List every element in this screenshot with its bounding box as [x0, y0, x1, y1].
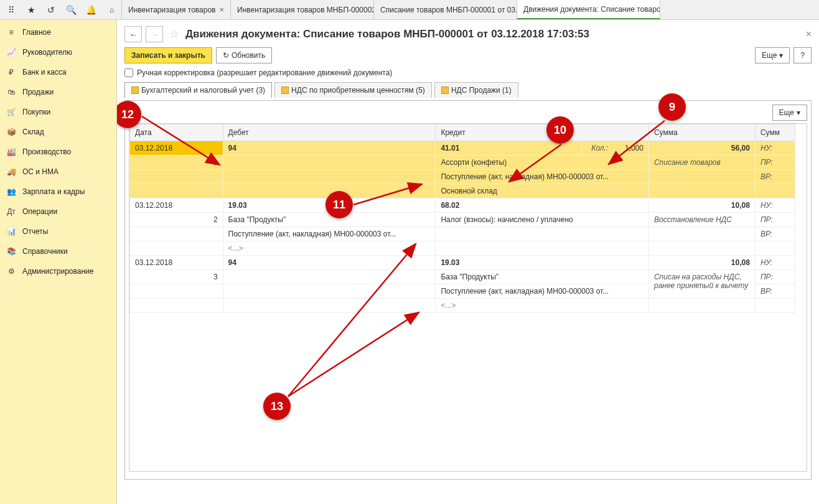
- col-credit[interactable]: Кредит: [436, 124, 649, 141]
- entries-table: Дата Дебет Кредит Сумма Сумм 03.12.2018 …: [129, 123, 807, 472]
- sidebar-item-hr[interactable]: 👥Зарплата и кадры: [0, 182, 116, 202]
- gear-icon: ⚙: [6, 266, 16, 276]
- star-icon[interactable]: ★: [24, 2, 39, 17]
- refresh-icon: ↻: [223, 51, 229, 60]
- sidebar-item-assets[interactable]: 🚚ОС и НМА: [0, 162, 116, 182]
- main-area: ← → ☆ Движения документа: Списание товар…: [117, 20, 819, 504]
- save-close-button[interactable]: Записать и закрыть: [124, 47, 212, 63]
- table-row[interactable]: 03.12.2018 94 41.01 Кол.: 1,000 56,00 НУ…: [130, 141, 795, 156]
- book-icon: 📚: [6, 246, 16, 256]
- manual-edit-label: Ручная корректировка (разрешает редактир…: [137, 68, 392, 77]
- cart-icon: 🛒: [6, 107, 16, 117]
- close-icon[interactable]: ×: [219, 5, 224, 14]
- callout-11: 11: [325, 191, 353, 218]
- col-sumnu[interactable]: Сумм: [755, 124, 795, 141]
- table-row[interactable]: 3 База "Продукты" Списан на расходы НДС,…: [130, 270, 795, 284]
- apps-icon[interactable]: ⠿: [4, 2, 19, 17]
- sidebar-item-operations[interactable]: ДтОперации: [0, 202, 116, 222]
- callout-10: 10: [546, 116, 574, 144]
- col-debit[interactable]: Дебет: [223, 124, 436, 141]
- table-row[interactable]: 03.12.2018 94 19.03 10,08 НУ:: [130, 256, 795, 270]
- manual-edit-checkbox[interactable]: [124, 68, 133, 77]
- tab-icon: [281, 86, 289, 94]
- more-button[interactable]: Еще▾: [755, 47, 790, 63]
- sidebar: ≡Главное 📈Руководителю ₽Банк и касса 🛍Пр…: [0, 20, 117, 504]
- sidebar-item-manager[interactable]: 📈Руководителю: [0, 42, 116, 62]
- ruble-icon: ₽: [6, 67, 16, 77]
- tab-home[interactable]: ⌂: [102, 0, 122, 19]
- col-date[interactable]: Дата: [130, 124, 223, 141]
- more-button-inner[interactable]: Еще▾: [772, 105, 807, 121]
- search-icon[interactable]: 🔍: [63, 2, 78, 17]
- tabs-bar: ⌂ Инвентаризация товаров× Инвентаризация…: [102, 0, 819, 19]
- truck-icon: 🚚: [6, 167, 16, 177]
- favorite-icon[interactable]: ☆: [169, 27, 179, 41]
- table-row[interactable]: 1 Ассорти (конфеты) Списание товаров ПР:: [130, 156, 795, 170]
- sidebar-item-sales[interactable]: 🛍Продажи: [0, 82, 116, 102]
- forward-button[interactable]: →: [146, 26, 163, 42]
- table-row[interactable]: <...>: [130, 299, 795, 313]
- bell-icon[interactable]: 🔔: [83, 2, 98, 17]
- tab-icon: [131, 86, 139, 94]
- subtab-accounting[interactable]: Бухгалтерский и налоговый учет (3): [124, 82, 272, 98]
- table-row[interactable]: Основной склад: [130, 184, 795, 198]
- sidebar-item-production[interactable]: 🏭Производство: [0, 142, 116, 162]
- chart-icon: 📈: [6, 47, 16, 57]
- toolbar-icons: ⠿ ★ ↺ 🔍 🔔: [0, 0, 102, 19]
- sidebar-item-catalog[interactable]: 📚Справочники: [0, 241, 116, 261]
- people-icon: 👥: [6, 187, 16, 197]
- table-row[interactable]: <...>: [130, 241, 795, 256]
- menu-icon: ≡: [6, 27, 16, 37]
- chevron-down-icon: ▾: [797, 108, 800, 117]
- topbar: ⠿ ★ ↺ 🔍 🔔 ⌂ Инвентаризация товаров× Инве…: [0, 0, 819, 20]
- table-row[interactable]: Поступление (акт, накладная) МН00-000003…: [130, 170, 795, 184]
- sidebar-item-warehouse[interactable]: 📦Склад: [0, 122, 116, 142]
- sidebar-item-main[interactable]: ≡Главное: [0, 22, 116, 42]
- tab-icon: [441, 86, 449, 94]
- subtab-vat-sales[interactable]: НДС Продажи (1): [434, 82, 518, 98]
- table-row[interactable]: Поступление (акт, накладная) МН00-000003…: [130, 227, 795, 241]
- callout-9: 9: [658, 93, 686, 121]
- refresh-button[interactable]: ↻Обновить: [216, 47, 272, 63]
- sidebar-item-admin[interactable]: ⚙Администрирование: [0, 261, 116, 281]
- history-icon[interactable]: ↺: [44, 2, 58, 17]
- tab-writeoff[interactable]: Списание товаров МНБП-000001 от 03.1...×: [374, 0, 517, 19]
- page-title: Движения документа: Списание товаров МНБ…: [185, 28, 802, 40]
- close-icon[interactable]: ×: [806, 29, 812, 40]
- sidebar-item-purchases[interactable]: 🛒Покупки: [0, 102, 116, 122]
- back-button[interactable]: ←: [124, 26, 142, 42]
- bars-icon: 📊: [6, 226, 16, 236]
- chevron-down-icon: ▾: [779, 51, 783, 60]
- box-icon: 📦: [6, 127, 16, 137]
- tab-inventory-doc[interactable]: Инвентаризация товаров МНБП-000002 о...×: [231, 0, 374, 19]
- subtab-vat-purchase[interactable]: НДС по приобретенным ценностям (5): [274, 82, 432, 98]
- dtkt-icon: Дт: [6, 207, 16, 217]
- table-row[interactable]: 03.12.2018 19.03 68.02 10,08 НУ:: [130, 198, 795, 213]
- sidebar-item-reports[interactable]: 📊Отчеты: [0, 222, 116, 241]
- sidebar-item-bank[interactable]: ₽Банк и касса: [0, 62, 116, 82]
- tab-movements[interactable]: Движения документа: Списание товаров...×: [517, 0, 660, 19]
- col-sum[interactable]: Сумма: [648, 124, 755, 141]
- callout-13: 13: [263, 393, 291, 420]
- table-row[interactable]: 2 База "Продукты" Налог (взносы): начисл…: [130, 213, 795, 227]
- bag-icon: 🛍: [6, 87, 16, 97]
- factory-icon: 🏭: [6, 147, 16, 157]
- help-button[interactable]: ?: [793, 47, 812, 63]
- tab-inventory[interactable]: Инвентаризация товаров×: [122, 0, 231, 19]
